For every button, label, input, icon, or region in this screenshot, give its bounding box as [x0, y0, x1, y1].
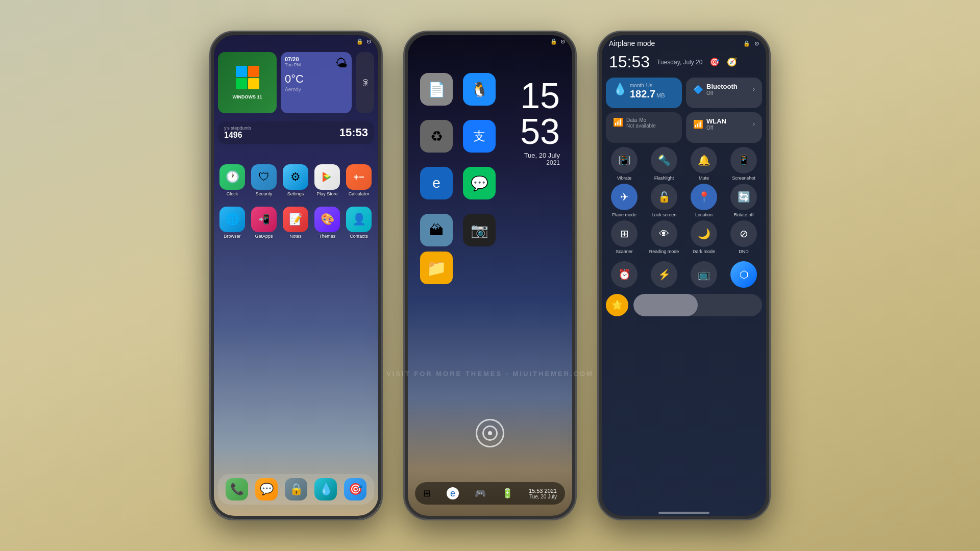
dock-cleaner[interactable]: 🎯: [341, 478, 370, 500]
settings-label: Settings: [287, 191, 304, 196]
app-clock[interactable]: 🕐 Clock: [218, 164, 247, 196]
mobile-sub: Mo: [639, 117, 646, 123]
toggle-lockscreen[interactable]: 🔓 Lock screen: [646, 184, 682, 217]
cc-mobile-card[interactable]: 📶 Data Mo Not available: [606, 112, 682, 143]
lockscreen-btn[interactable]: 🔓: [651, 184, 677, 210]
phone2-year: 2021: [520, 159, 560, 166]
wlan-chevron: ›: [753, 120, 755, 128]
cast-btn[interactable]: 📺: [691, 261, 717, 288]
dock-message[interactable]: 💬: [252, 478, 281, 500]
vibrate-btn[interactable]: 📳: [611, 147, 638, 173]
alarm-btn[interactable]: ⏰: [611, 261, 638, 288]
win11-widget[interactable]: WINDOWS 11: [218, 52, 277, 113]
app-settings[interactable]: ⚙ Settings: [281, 164, 310, 196]
p2-wechat-icon[interactable]: 💬: [463, 167, 496, 199]
dock-lock[interactable]: 🔒: [282, 478, 310, 500]
bluetooth-title: Bluetooth: [706, 83, 738, 90]
message-icon: 💬: [255, 478, 278, 500]
steps-count: 1496: [224, 131, 251, 140]
toggle-location[interactable]: 📍 Location: [685, 184, 722, 217]
cc-lock-icon: 🔒: [743, 40, 750, 47]
getapps-icon: 📲: [251, 207, 277, 232]
bluetooth-status: Off: [706, 90, 738, 96]
cc-wlan-card[interactable]: 📶 WLAN Off ›: [686, 112, 762, 143]
p2-photo-icon[interactable]: 🏔: [420, 214, 453, 246]
toggle-scanner[interactable]: ⊞ Scanner: [606, 220, 643, 254]
cc-data-card[interactable]: 💧 month Us 182.7 MB: [606, 78, 682, 108]
phone2-apps: 📄 🐧 ♻ 支 e 💬 🏔 📷: [420, 73, 496, 246]
reading-btn[interactable]: 👁: [651, 220, 677, 247]
toggle-screenshot[interactable]: 📱 Screenshot: [725, 147, 762, 181]
cc-bluetooth-card[interactable]: 🔷 Bluetooth Off ›: [686, 78, 762, 108]
theme-button[interactable]: 🌟: [606, 294, 628, 316]
app-browser[interactable]: 🌐 Browser: [218, 207, 247, 239]
weather-widget[interactable]: 07/20 Tue PM 🌤 0°C Aerody: [281, 52, 352, 113]
plane-btn[interactable]: ✈: [611, 184, 638, 210]
screenshot-btn[interactable]: 📱: [730, 147, 757, 173]
toggle-nfc[interactable]: ⬡: [725, 261, 762, 288]
phone2-folder[interactable]: 📁: [420, 252, 453, 284]
brightness-bar[interactable]: [633, 294, 762, 316]
toggle-vibrate[interactable]: 📳 Vibrate: [606, 147, 643, 181]
taskbar-time: 15:53 2021: [529, 488, 557, 494]
rotate-label: Rotate off: [734, 212, 754, 217]
toggle-power[interactable]: ⚡: [646, 261, 682, 288]
cc-cards: 💧 month Us 182.7 MB 🔷: [599, 78, 769, 143]
p2-alipay-icon[interactable]: 支: [463, 120, 496, 153]
phone2-clock: 15 53 Tue, 20 July 2021: [520, 78, 560, 166]
nfc-btn[interactable]: ⬡: [730, 261, 757, 288]
app-playstore[interactable]: Play Store: [313, 164, 341, 196]
toggle-dnd[interactable]: ⊘ DND: [725, 220, 762, 254]
toggle-reading[interactable]: 👁 Reading mode: [646, 220, 682, 254]
scanner-btn[interactable]: ⊞: [611, 220, 638, 247]
battery-widget[interactable]: 0%: [356, 52, 374, 113]
mobile-label: Data: [626, 117, 637, 123]
toggle-plane[interactable]: ✈ Plane mode: [606, 184, 643, 217]
taskbar-game-icon[interactable]: 🎮: [475, 488, 486, 499]
bluetooth-chevron: ›: [753, 86, 755, 93]
power-btn[interactable]: ⚡: [651, 261, 677, 288]
calculator-label: Calculator: [349, 191, 370, 196]
dock-water[interactable]: 💧: [311, 478, 340, 500]
security-label: Security: [256, 191, 273, 196]
app-themes[interactable]: 🎨 Themes: [313, 207, 341, 239]
location-btn[interactable]: 📍: [691, 184, 717, 210]
app-notes[interactable]: 📝 Notes: [281, 207, 310, 239]
mute-btn[interactable]: 🔔: [691, 147, 717, 173]
p2-ie-icon[interactable]: e: [420, 167, 453, 199]
phone2-taskbar: ⊞ e 🎮 🔋 15:53 2021 Tue, 20 July: [415, 482, 565, 505]
toggle-flashlight[interactable]: 🔦 Flashlight: [646, 147, 682, 181]
app-contacts[interactable]: 👤 Contacts: [345, 207, 373, 239]
toggle-dark[interactable]: 🌙 Dark mode: [685, 220, 722, 254]
p2-camera-icon[interactable]: 📷: [463, 214, 496, 246]
taskbar-miui-icon[interactable]: ⊞: [423, 488, 431, 499]
data-sub: Us: [646, 83, 652, 88]
screenshot-label: Screenshot: [732, 176, 755, 181]
cc-compass-icon[interactable]: 🧭: [727, 57, 737, 67]
flashlight-btn[interactable]: 🔦: [651, 147, 677, 173]
app-calculator[interactable]: +− Calculator: [345, 164, 373, 196]
rotate-btn[interactable]: 🔄: [730, 184, 757, 210]
notes-label: Notes: [289, 234, 302, 239]
p2-penguin-icon[interactable]: 🐧: [463, 73, 496, 106]
clock-label: Clock: [227, 191, 238, 196]
data-drop-icon: 💧: [613, 83, 627, 96]
win11-label: WINDOWS 11: [232, 94, 262, 99]
app-security[interactable]: 🛡 Security: [250, 164, 278, 196]
phone1-widgets: WINDOWS 11 07/20 Tue PM 🌤 0°C Aerody 0%: [211, 47, 381, 118]
cc-target-icon[interactable]: 🎯: [709, 57, 720, 67]
app-getapps[interactable]: 📲 GetApps: [250, 207, 278, 239]
phone2: 🔒 ⊙ 15 53 Tue, 20 July 2021 📄 🐧 ♻ 支 e 💬 …: [403, 31, 577, 520]
taskbar-battery-icon[interactable]: 🔋: [502, 488, 513, 499]
toggle-alarm[interactable]: ⏰: [606, 261, 643, 288]
toggle-cast[interactable]: 📺: [685, 261, 722, 288]
dark-label: Dark mode: [693, 249, 715, 254]
toggle-mute[interactable]: 🔔 Mute: [685, 147, 722, 181]
dock-phone[interactable]: 📞: [223, 478, 251, 500]
p2-file-icon[interactable]: 📄: [420, 73, 453, 106]
taskbar-browser-icon[interactable]: e: [447, 487, 459, 499]
dark-btn[interactable]: 🌙: [691, 220, 717, 247]
dnd-btn[interactable]: ⊘: [730, 220, 757, 247]
p2-trash-icon[interactable]: ♻: [420, 120, 453, 153]
toggle-rotate[interactable]: 🔄 Rotate off: [725, 184, 762, 217]
